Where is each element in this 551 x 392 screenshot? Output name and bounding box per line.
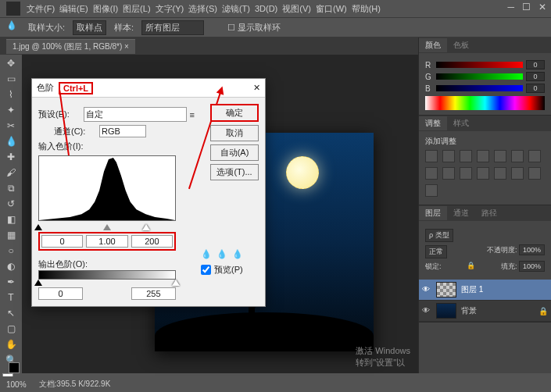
tab-swatches[interactable]: 色板 xyxy=(447,38,475,52)
output-white-input[interactable]: 255 xyxy=(131,287,176,300)
g-value[interactable]: 0 xyxy=(526,72,545,81)
layer-row[interactable]: 👁 背景 🔒 xyxy=(419,301,551,322)
tab-adjustments[interactable]: 调整 xyxy=(419,116,447,130)
menu-3d[interactable]: 3D(D) xyxy=(255,4,277,13)
white-eyedropper-icon[interactable]: 💧 xyxy=(232,249,243,259)
eyedropper-tool-icon[interactable]: 💧 xyxy=(3,136,19,147)
shape-tool-icon[interactable]: ▢ xyxy=(3,323,19,334)
menu-filter[interactable]: 滤镜(T) xyxy=(222,3,250,15)
adj-photo-filter-icon[interactable] xyxy=(425,167,438,180)
output-gradient[interactable] xyxy=(38,270,176,280)
output-black-slider[interactable] xyxy=(34,280,42,286)
sample-size-dropdown[interactable]: 取样点 xyxy=(73,20,106,35)
sample-layers-dropdown[interactable]: 所有图层 xyxy=(141,20,204,35)
layer-filter-dropdown[interactable]: ρ 类型 xyxy=(425,229,453,242)
dodge-tool-icon[interactable]: ◐ xyxy=(3,261,19,272)
stamp-tool-icon[interactable]: ⧉ xyxy=(3,183,19,194)
crop-tool-icon[interactable]: ✂ xyxy=(3,120,19,131)
adj-channel-mixer-icon[interactable] xyxy=(442,167,455,180)
gray-eyedropper-icon[interactable]: 💧 xyxy=(216,249,227,259)
black-point-input[interactable]: 0 xyxy=(41,235,83,248)
adj-curves-icon[interactable] xyxy=(460,150,472,162)
show-ring-checkbox[interactable]: 显示取样环 xyxy=(238,23,281,32)
output-black-input[interactable]: 0 xyxy=(38,287,83,300)
channel-dropdown[interactable]: RGB xyxy=(99,125,146,137)
lasso-tool-icon[interactable]: ⌇ xyxy=(3,89,19,100)
adj-vibrance-icon[interactable] xyxy=(494,150,506,162)
menu-window[interactable]: 窗口(W) xyxy=(316,3,347,15)
options-button[interactable]: 选项(T)... xyxy=(210,164,259,180)
menu-view[interactable]: 视图(V) xyxy=(282,3,311,15)
adj-hue-icon[interactable] xyxy=(511,150,524,162)
menu-select[interactable]: 选择(S) xyxy=(188,3,217,15)
r-slider[interactable] xyxy=(436,62,523,68)
output-slider-track[interactable] xyxy=(38,280,176,287)
fill-value[interactable]: 100% xyxy=(519,261,545,272)
blend-mode-dropdown[interactable]: 正常 xyxy=(425,245,447,258)
color-spectrum[interactable] xyxy=(425,96,545,110)
white-point-input[interactable]: 200 xyxy=(131,235,173,248)
blur-tool-icon[interactable]: ○ xyxy=(3,245,19,256)
layer-name[interactable]: 图层 1 xyxy=(461,284,483,295)
adj-posterize-icon[interactable] xyxy=(494,167,506,180)
tab-layers[interactable]: 图层 xyxy=(419,206,447,220)
adj-bw-icon[interactable] xyxy=(528,150,541,162)
gamma-input[interactable]: 1.00 xyxy=(86,235,127,248)
menu-image[interactable]: 图像(I) xyxy=(93,3,118,15)
eyedropper-icon[interactable]: 💧 xyxy=(6,20,20,34)
tab-color[interactable]: 颜色 xyxy=(419,38,447,52)
visibility-icon[interactable]: 👁 xyxy=(422,285,431,294)
adj-exposure-icon[interactable] xyxy=(477,150,489,162)
adj-brightness-icon[interactable] xyxy=(425,150,438,162)
preview-checkbox[interactable] xyxy=(201,265,211,275)
document-tab[interactable]: 1.jpg @ 100% (图层 1, RGB/8*) × xyxy=(6,39,135,54)
menu-file[interactable]: 文件(F) xyxy=(27,3,55,15)
brush-tool-icon[interactable]: 🖌 xyxy=(3,167,19,178)
menu-type[interactable]: 文字(Y) xyxy=(156,3,184,15)
g-slider[interactable] xyxy=(436,73,523,80)
layer-name[interactable]: 背景 xyxy=(461,305,477,316)
midtone-slider[interactable] xyxy=(103,224,111,230)
menu-edit[interactable]: 编辑(E) xyxy=(59,3,88,15)
tab-styles[interactable]: 样式 xyxy=(447,116,475,130)
dialog-close-icon[interactable]: ✕ xyxy=(253,83,260,93)
layer-thumbnail[interactable] xyxy=(436,303,456,319)
zoom-level[interactable]: 100% xyxy=(6,380,27,389)
tab-channels[interactable]: 通道 xyxy=(447,206,475,220)
r-value[interactable]: 0 xyxy=(526,60,545,69)
layer-row[interactable]: 👁 图层 1 xyxy=(419,280,551,301)
adj-selective-icon[interactable] xyxy=(528,167,541,180)
adj-lut-icon[interactable] xyxy=(460,167,472,180)
auto-button[interactable]: 自动(A) xyxy=(210,144,259,161)
wand-tool-icon[interactable]: ✦ xyxy=(3,105,19,116)
path-tool-icon[interactable]: ↖ xyxy=(3,308,19,319)
gradient-tool-icon[interactable]: ▦ xyxy=(3,230,19,241)
dialog-titlebar[interactable]: 色阶 Ctrl+L ✕ xyxy=(32,79,265,98)
window-close-icon[interactable]: ✕ xyxy=(538,2,546,12)
hand-tool-icon[interactable]: ✋ xyxy=(3,339,19,350)
white-point-slider[interactable] xyxy=(142,224,150,230)
tab-paths[interactable]: 路径 xyxy=(475,206,503,220)
history-brush-tool-icon[interactable]: ↺ xyxy=(3,198,19,209)
visibility-icon[interactable]: 👁 xyxy=(422,306,431,315)
adj-threshold-icon[interactable] xyxy=(511,167,524,180)
black-eyedropper-icon[interactable]: 💧 xyxy=(201,249,212,259)
move-tool-icon[interactable]: ✥ xyxy=(3,58,19,69)
menu-help[interactable]: 帮助(H) xyxy=(352,3,381,15)
marquee-tool-icon[interactable]: ▭ xyxy=(3,73,19,84)
output-white-slider[interactable] xyxy=(172,280,180,286)
menu-layer[interactable]: 图层(L) xyxy=(123,3,150,15)
eraser-tool-icon[interactable]: ◧ xyxy=(3,214,19,225)
type-tool-icon[interactable]: T xyxy=(3,292,19,303)
window-minimize-icon[interactable]: ─ xyxy=(507,2,514,12)
opacity-value[interactable]: 100% xyxy=(519,244,545,255)
cancel-button[interactable]: 取消 xyxy=(210,125,259,141)
black-point-slider[interactable] xyxy=(34,224,42,230)
adj-gradient-map-icon[interactable] xyxy=(425,184,438,197)
preset-menu-icon[interactable]: ≡ xyxy=(190,110,195,119)
b-value[interactable]: 0 xyxy=(526,84,545,93)
doc-info[interactable]: 文档:395.5 K/922.9K xyxy=(39,379,111,390)
adj-levels-icon[interactable] xyxy=(442,150,455,162)
layer-thumbnail[interactable] xyxy=(436,282,456,298)
b-slider[interactable] xyxy=(436,85,523,91)
